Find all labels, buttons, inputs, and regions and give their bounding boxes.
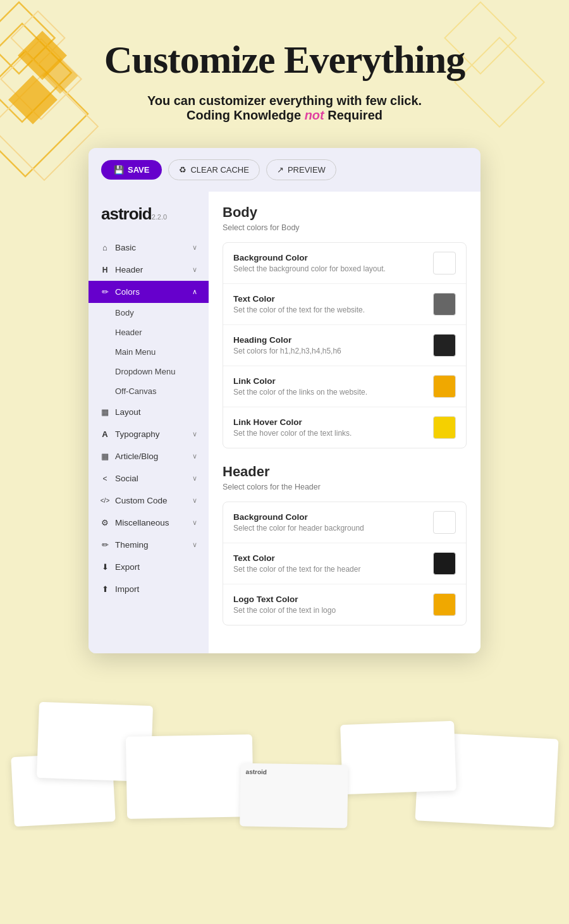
body-bg-color-swatch[interactable] <box>433 252 456 274</box>
chevron-up-icon: ∧ <box>192 288 197 296</box>
sidebar-header-label: Header <box>115 265 143 274</box>
body-link-hover-color-desc: Set the hover color of the text links. <box>233 429 352 438</box>
social-icon: < <box>100 474 110 483</box>
misc-icon: ⚙ <box>100 518 110 527</box>
header-text-color-desc: Set the color of the text for the header <box>233 565 360 574</box>
save-button[interactable]: 💾 SAVE <box>101 160 162 180</box>
logo-version: 2.2.0 <box>152 213 167 221</box>
clear-cache-button[interactable]: ♻ CLEAR CACHE <box>168 159 259 180</box>
article-icon: ▦ <box>100 452 110 461</box>
header-logo-text-color-swatch[interactable] <box>433 593 456 616</box>
hero-not-word: not <box>305 108 324 122</box>
sidebar-layout-label: Layout <box>115 407 141 417</box>
body-heading-color-swatch[interactable] <box>433 334 456 357</box>
body-link-color-label: Link Color <box>233 376 367 386</box>
hero-title: Customize Everything <box>0 38 569 81</box>
panel-toolbar: 💾 SAVE ♻ CLEAR CACHE ↗ PREVIEW <box>89 148 480 192</box>
sidebar-sub-header[interactable]: Header <box>89 323 209 342</box>
sidebar-import-label: Import <box>115 584 139 594</box>
clear-cache-label: CLEAR CACHE <box>190 165 248 175</box>
logo-area: astroid2.2.0 <box>89 198 209 237</box>
body-text-color-label: Text Color <box>233 294 365 304</box>
header-text-color-row: Text Color Set the color of the text for… <box>223 543 466 584</box>
sidebar-basic-label: Basic <box>115 243 136 252</box>
sidebar-social-label: Social <box>115 474 138 483</box>
code-icon: </> <box>100 497 110 504</box>
body-link-hover-color-label: Link Hover Color <box>233 417 352 427</box>
chevron-down-icon: ∨ <box>192 496 197 505</box>
header-logo-text-color-label: Logo Text Color <box>233 594 336 604</box>
hero-subtitle-line2: Coding Knowledge not Required <box>0 108 569 123</box>
screenshot-placeholder: astroid <box>240 763 348 829</box>
sidebar-theming-label: Theming <box>115 540 149 550</box>
sidebar-item-custom-code[interactable]: </> Custom Code ∨ <box>89 490 209 512</box>
panel-area: 💾 SAVE ♻ CLEAR CACHE ↗ PREVIEW astroid2. <box>0 148 569 679</box>
header-logo-text-color-row: Logo Text Color Set the color of the tex… <box>223 584 466 625</box>
sidebar-item-colors[interactable]: ✏ Colors ∧ <box>89 281 209 303</box>
body-link-hover-color-swatch[interactable] <box>433 416 456 439</box>
chevron-down-icon: ∨ <box>192 474 197 483</box>
screenshot-placeholder <box>340 721 456 794</box>
sidebar-item-article-blog[interactable]: ▦ Article/Blog ∨ <box>89 445 209 467</box>
body-section-desc: Select colors for Body <box>223 223 467 232</box>
header-section-desc: Select colors for the Header <box>223 483 467 491</box>
sidebar-sub-main-menu[interactable]: Main Menu <box>89 342 209 362</box>
sidebar-article-label: Article/Blog <box>115 452 158 461</box>
sidebar-item-import[interactable]: ⬆ Import <box>89 578 209 600</box>
cache-icon: ♻ <box>179 165 187 175</box>
sidebar-custom-code-label: Custom Code <box>115 496 168 505</box>
header-bg-color-desc: Select the color for header background <box>233 524 364 533</box>
hero-subtitle-after: Required <box>324 108 382 122</box>
body-colors-section: Body Select colors for Body Background C… <box>223 204 467 448</box>
body-heading-color-label: Heading Color <box>233 335 341 345</box>
header-bg-color-swatch[interactable] <box>433 511 456 534</box>
header-text-color-label: Text Color <box>233 553 360 563</box>
hero-subtitle-line1: You can customizer everything with few c… <box>0 94 569 108</box>
preview-button[interactable]: ↗ PREVIEW <box>266 159 336 180</box>
sidebar-item-layout[interactable]: ▦ Layout <box>89 401 209 423</box>
header-icon: H <box>100 266 110 274</box>
body-bg-color-label: Background Color <box>233 253 386 262</box>
header-bg-color-label: Background Color <box>233 512 364 522</box>
sidebar-item-export[interactable]: ⬇ Export <box>89 556 209 578</box>
sidebar-sub-dropdown-menu[interactable]: Dropdown Menu <box>89 362 209 381</box>
sidebar-sub-body[interactable]: Body <box>89 303 209 323</box>
header-text-color-swatch[interactable] <box>433 552 456 575</box>
body-heading-color-row: Heading Color Set colors for h1,h2,h3,h4… <box>223 325 466 366</box>
save-label: SAVE <box>128 165 149 175</box>
body-link-color-swatch[interactable] <box>433 375 456 398</box>
main-panel: 💾 SAVE ♻ CLEAR CACHE ↗ PREVIEW astroid2. <box>89 148 480 653</box>
sidebar-item-basic[interactable]: ⌂ Basic ∨ <box>89 237 209 259</box>
sidebar: astroid2.2.0 ⌂ Basic ∨ H Header <box>89 192 209 653</box>
body-link-color-row: Link Color Set the color of the links on… <box>223 366 466 407</box>
sidebar-colors-label: Colors <box>115 287 140 297</box>
body-text-color-swatch[interactable] <box>433 293 456 316</box>
pencil-icon: ✏ <box>100 287 110 297</box>
body-heading-color-desc: Set colors for h1,h2,h3,h4,h5,h6 <box>233 347 341 355</box>
sidebar-export-label: Export <box>115 562 140 572</box>
sidebar-typography-label: Typography <box>115 429 160 439</box>
hero-subtitle: You can customizer everything with few c… <box>0 94 569 123</box>
header-section-title: Header <box>223 464 467 480</box>
header-logo-text-color-desc: Set the color of the text in logo <box>233 606 336 615</box>
layout-icon: ▦ <box>100 407 110 417</box>
body-text-color-row: Text Color Set the color of the text for… <box>223 284 466 325</box>
hero-subtitle-before: Coding Knowledge <box>187 108 305 122</box>
sidebar-sub-off-canvas[interactable]: Off-Canvas <box>89 381 209 401</box>
sidebar-item-miscellaneous[interactable]: ⚙ Miscellaneous ∨ <box>89 512 209 534</box>
chevron-down-icon: ∨ <box>192 266 197 274</box>
chevron-down-icon: ∨ <box>192 243 197 252</box>
panel-body: astroid2.2.0 ⌂ Basic ∨ H Header <box>89 192 480 653</box>
sidebar-misc-label: Miscellaneous <box>115 518 169 527</box>
body-link-color-desc: Set the color of the links on the websit… <box>233 388 367 397</box>
sidebar-sub-menu: Body Header Main Menu Dropdown Menu Off-… <box>89 303 209 401</box>
export-icon: ⬇ <box>100 562 110 572</box>
body-section-title: Body <box>223 204 467 221</box>
sidebar-item-header[interactable]: H Header ∨ <box>89 259 209 281</box>
sidebar-item-theming[interactable]: ✏ Theming ∨ <box>89 534 209 556</box>
sidebar-item-typography[interactable]: A Typography ∨ <box>89 423 209 445</box>
typography-icon: A <box>100 429 110 439</box>
chevron-down-icon: ∨ <box>192 452 197 460</box>
body-link-hover-color-row: Link Hover Color Set the hover color of … <box>223 407 466 448</box>
sidebar-item-social[interactable]: < Social ∨ <box>89 467 209 490</box>
